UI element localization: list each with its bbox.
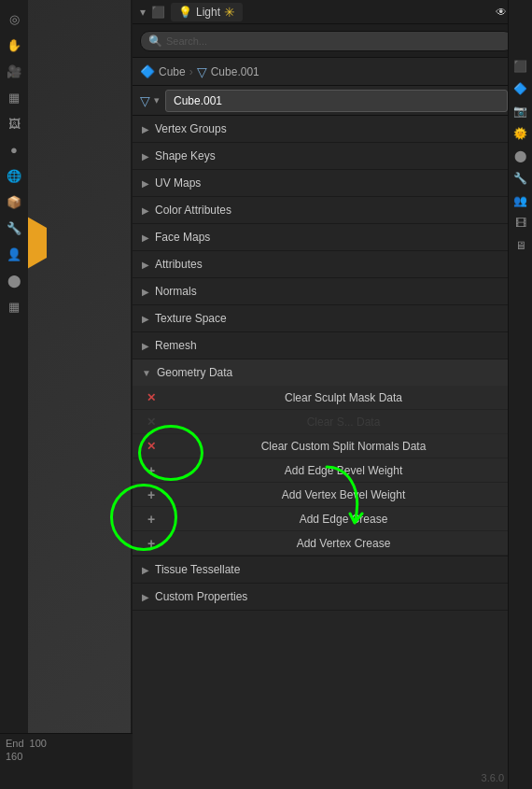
breadcrumb: 🔷 Cube › ▽ Cube.001 📌 <box>133 58 532 86</box>
right-strip-modifier-icon[interactable]: 🔧 <box>511 168 531 189</box>
section-header-vertex-groups[interactable]: ▶ Vertex Groups ··· <box>133 116 532 142</box>
clear-sculpt-label: Clear Sculpt Mask Data <box>166 391 521 404</box>
section-label-vertex-groups: Vertex Groups <box>155 122 227 135</box>
section-tissue-tessellate: ▶ Tissue Tessellate ··· <box>133 557 532 584</box>
add-vertex-crease-label: Add Vertex Crease <box>166 537 521 550</box>
right-strip-object-icon[interactable]: ⬛ <box>511 56 531 77</box>
plus-icon-vertex-crease: + <box>144 536 159 551</box>
toolbar-icon-circle[interactable]: ● <box>3 138 25 161</box>
eye-icon[interactable]: 👁 <box>496 6 507 19</box>
section-header-custom-properties[interactable]: ▶ Custom Properties ··· <box>133 584 532 610</box>
section-header-attributes[interactable]: ▶ Attributes ··· <box>133 251 532 277</box>
object-name-input[interactable] <box>165 90 508 112</box>
geo-row-add-vertex-bevel[interactable]: + Add Vertex Bevel Weight <box>133 483 532 507</box>
toolbar-icon-person[interactable]: 👤 <box>3 243 25 265</box>
right-strip-light-icon[interactable]: 🌞 <box>511 123 531 144</box>
right-strip-material-icon[interactable]: ⬤ <box>511 146 531 166</box>
section-normals: ▶ Normals ··· <box>133 278 532 305</box>
search-placeholder: Search... <box>166 35 207 47</box>
toolbar-icon-checkerboard[interactable]: ▦ <box>3 295 25 317</box>
section-header-tissue-tessellate[interactable]: ▶ Tissue Tessellate ··· <box>133 557 532 583</box>
right-strip-mesh-icon[interactable]: 🔷 <box>511 78 531 99</box>
section-remesh: ▶ Remesh ··· <box>133 332 532 359</box>
search-bar: 🔍 Search... ▾ <box>133 24 532 58</box>
toolbar-icon-dot[interactable]: ⬤ <box>3 269 25 291</box>
chevron-icon: ▶ <box>142 592 149 602</box>
breadcrumb-separator: › <box>189 65 193 78</box>
geo-row-clear-normals[interactable]: ✕ Clear Custom Split Normals Data <box>133 434 532 458</box>
section-label-shape-keys: Shape Keys <box>155 149 216 162</box>
add-vertex-bevel-label: Add Vertex Bevel Weight <box>166 488 521 501</box>
section-shape-keys: ▶ Shape Keys ··· <box>133 143 532 170</box>
frame-value[interactable]: 160 <box>6 751 22 762</box>
section-header-normals[interactable]: ▶ Normals ··· <box>133 278 532 304</box>
clear-normals-label: Clear Custom Split Normals Data <box>166 440 521 453</box>
plus-icon-edge-bevel: + <box>144 463 159 478</box>
section-header-shape-keys[interactable]: ▶ Shape Keys ··· <box>133 143 532 169</box>
breadcrumb-child[interactable]: Cube.001 <box>211 65 259 78</box>
section-header-color-attributes[interactable]: ▶ Color Attributes ··· <box>133 197 532 223</box>
section-label-tissue-tessellate: Tissue Tessellate <box>155 563 240 576</box>
breadcrumb-mesh-icon: 🔷 <box>140 64 155 78</box>
chevron-icon: ▶ <box>142 287 149 297</box>
section-header-remesh[interactable]: ▶ Remesh ··· <box>133 332 532 359</box>
section-label-remesh: Remesh <box>155 339 197 352</box>
toolbar-icon-camera[interactable]: 🎥 <box>3 60 25 82</box>
section-uv-maps: ▶ UV Maps ··· <box>133 170 532 197</box>
search-icon: 🔍 <box>148 35 162 48</box>
section-header-face-maps[interactable]: ▶ Face Maps ··· <box>133 224 532 250</box>
header-tab-label: Light <box>196 6 220 19</box>
properties-list: ▶ Vertex Groups ··· ▶ Shape Keys ··· ▶ U… <box>133 116 532 763</box>
geo-row-add-vertex-crease[interactable]: + Add Vertex Crease <box>133 531 532 556</box>
toolbar-icon-box[interactable]: 📦 <box>3 190 25 213</box>
header-bar: ▾ ⬛ 💡 Light ✳ 👁 📷 <box>133 0 532 24</box>
right-strip-constraints-icon[interactable]: 🖥 <box>511 235 531 256</box>
geo-row-clear-sculpt[interactable]: ✕ Clear Sculpt Mask Data <box>133 386 532 410</box>
header-light-tab[interactable]: 💡 Light ✳ <box>171 3 243 21</box>
toolbar-icon-select[interactable]: ◎ <box>3 7 25 30</box>
end-label: End <box>6 738 24 749</box>
breadcrumb-child-icon: ▽ <box>197 64 207 79</box>
header-layout-icon[interactable]: ⬛ <box>151 6 165 19</box>
version-label: 3.6.0 <box>482 772 504 783</box>
section-vertex-groups: ▶ Vertex Groups ··· <box>133 116 532 143</box>
end-value[interactable]: 100 <box>30 738 47 749</box>
toolbar-icon-wrench[interactable]: 🔧 <box>3 217 25 239</box>
object-name-dropdown[interactable]: ▾ <box>154 94 160 106</box>
right-strip-particles-icon[interactable]: 👥 <box>511 190 531 211</box>
breadcrumb-cube[interactable]: Cube <box>159 65 186 78</box>
object-type-icon: ▽ <box>140 93 150 108</box>
chevron-icon: ▶ <box>142 205 149 216</box>
plus-icon-edge-crease: + <box>144 512 159 527</box>
section-geometry-data: ▼ Geometry Data ··· ✕ Clear Sculpt Mask … <box>133 359 532 557</box>
geo-row-add-edge-bevel[interactable]: + Add Edge Bevel Weight <box>133 458 532 483</box>
chevron-icon: ▶ <box>142 314 149 324</box>
section-header-uv-maps[interactable]: ▶ UV Maps ··· <box>133 170 532 196</box>
sun-icon: ✳ <box>224 5 235 20</box>
light-icon: 💡 <box>178 6 192 19</box>
geo-row-clear-s2[interactable]: ✕ Clear S... Data <box>133 410 532 434</box>
toolbar-icon-grid[interactable]: ▦ <box>3 86 25 108</box>
x-icon-clear-s2: ✕ <box>144 415 159 430</box>
section-attributes: ▶ Attributes ··· <box>133 251 532 278</box>
x-icon-clear-sculpt: ✕ <box>144 390 159 405</box>
section-label-texture-space: Texture Space <box>155 312 227 325</box>
right-strip-physics-icon[interactable]: 🎞 <box>511 213 531 233</box>
section-color-attributes: ▶ Color Attributes ··· <box>133 197 532 224</box>
plus-icon-vertex-bevel: + <box>144 487 159 502</box>
section-label-geometry-data: Geometry Data <box>157 366 232 379</box>
toolbar-icon-globe[interactable]: 🌐 <box>3 164 25 187</box>
chevron-icon: ▶ <box>142 260 149 270</box>
section-header-texture-space[interactable]: ▶ Texture Space ··· <box>133 305 532 331</box>
search-box[interactable]: 🔍 Search... <box>140 31 513 51</box>
x-icon-clear-normals: ✕ <box>144 439 159 454</box>
right-icon-strip: ⬛ 🔷 📷 🌞 ⬤ 🔧 👥 🎞 🖥 <box>508 0 532 789</box>
geo-row-add-edge-crease[interactable]: + Add Edge Crease <box>133 507 532 531</box>
header-dropdown-icon[interactable]: ▾ <box>140 6 146 19</box>
right-strip-camera-icon[interactable]: 📷 <box>511 101 531 121</box>
toolbar-icon-image[interactable]: 🖼 <box>3 112 25 134</box>
toolbar-icon-hand[interactable]: ✋ <box>3 34 25 56</box>
section-face-maps: ▶ Face Maps ··· <box>133 224 532 251</box>
section-header-geometry-data[interactable]: ▼ Geometry Data ··· <box>133 359 532 386</box>
left-toolbar: ◎ ✋ 🎥 ▦ 🖼 ● 🌐 📦 🔧 👤 ⬤ ▦ <box>0 0 28 789</box>
